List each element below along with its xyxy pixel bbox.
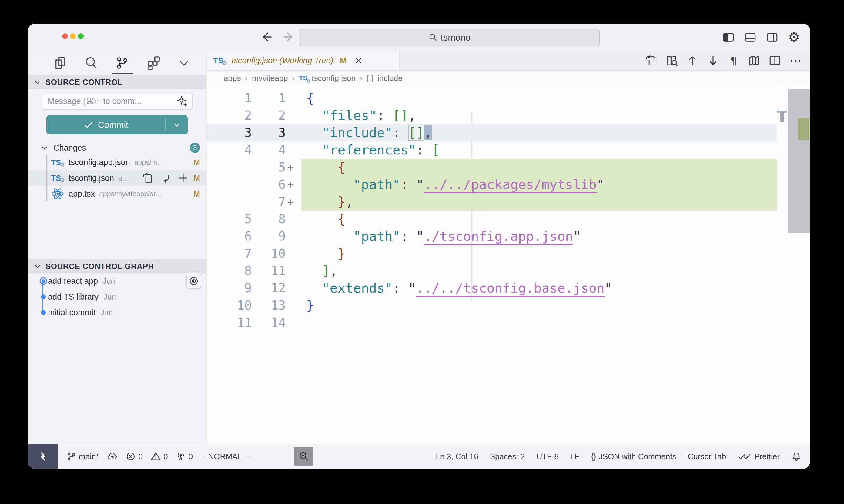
code-line[interactable]: 33 "include": [], bbox=[207, 124, 810, 141]
status-item-cloud-up[interactable] bbox=[107, 451, 118, 462]
original-line-number: 8 bbox=[207, 262, 252, 280]
status-item-0[interactable]: 0 bbox=[151, 451, 168, 462]
original-line-number: 1 bbox=[207, 90, 252, 107]
breadcrumb-item[interactable]: tsconfig.json bbox=[312, 74, 356, 83]
magnifier-plus-icon bbox=[298, 451, 310, 462]
added-line-marker bbox=[286, 124, 302, 141]
changed-file-row[interactable]: app.tsx apps/myviteapp/sr... M bbox=[28, 186, 206, 202]
tab-close-icon[interactable] bbox=[354, 56, 363, 66]
code-line[interactable]: 6+ "path": "../../packages/mytslib" bbox=[207, 176, 810, 193]
go-file-icon[interactable] bbox=[644, 54, 658, 67]
commit-dropdown-button[interactable] bbox=[166, 120, 188, 129]
code-text: "include": [], bbox=[302, 124, 788, 141]
status-item-ln-3-col-16[interactable]: Ln 3, Col 16 bbox=[436, 452, 478, 461]
original-line-number: 10 bbox=[207, 297, 252, 314]
breadcrumb-item[interactable]: myviteapp bbox=[252, 74, 288, 83]
compare-icon[interactable] bbox=[665, 54, 678, 67]
status-item-0[interactable]: 0 bbox=[125, 451, 142, 462]
commit-row[interactable]: add react app Juri bbox=[28, 273, 206, 289]
code-line[interactable]: 1013} bbox=[207, 297, 810, 314]
status-item-lf[interactable]: LF bbox=[570, 452, 579, 461]
toggle-primary-sidebar-icon[interactable] bbox=[722, 30, 736, 44]
more-actions-icon[interactable]: ⋯ bbox=[789, 54, 802, 67]
activity-bar-chevron-down-icon[interactable] bbox=[176, 54, 192, 72]
minimize-window-button[interactable] bbox=[70, 33, 76, 39]
vertical-scrollbar[interactable] bbox=[788, 89, 810, 233]
code-line[interactable]: 5+ { bbox=[207, 159, 810, 176]
settings-gear-icon[interactable]: ⚙ bbox=[787, 30, 801, 44]
discard-changes-icon[interactable] bbox=[159, 172, 172, 184]
activity-bar-files-icon[interactable] bbox=[52, 54, 69, 72]
changed-file-row[interactable]: TS⚙ tsconfig.app.json apps/m... M bbox=[28, 155, 206, 170]
activity-bar-extensions-icon[interactable] bbox=[145, 54, 161, 72]
toggle-panel-icon[interactable] bbox=[743, 30, 757, 44]
code-line[interactable]: 22 "files": [], bbox=[207, 107, 810, 124]
map-icon[interactable] bbox=[747, 54, 761, 67]
source-control-graph-header[interactable]: SOURCE CONTROL GRAPH bbox=[28, 259, 206, 273]
code-line[interactable]: 912 "extends": "../../tsconfig.base.json… bbox=[207, 280, 810, 297]
chevron-down-icon bbox=[33, 262, 41, 270]
code-line[interactable]: 44 "references": [ bbox=[207, 141, 810, 159]
code-editor[interactable]: 11{22 "files": [],33 "include": [],44 "r… bbox=[207, 85, 810, 444]
changed-file-row[interactable]: TS⚙ tsconfig.json a... M bbox=[28, 170, 206, 186]
code-line[interactable]: 11{ bbox=[207, 90, 810, 107]
source-control-header-label: SOURCE CONTROL bbox=[46, 77, 122, 87]
zoom-window-button[interactable] bbox=[78, 33, 84, 39]
breadcrumb[interactable]: apps›myviteapp›TS⚙tsconfig.json›[ ]inclu… bbox=[207, 71, 810, 85]
commit-row[interactable]: add TS library Juri bbox=[28, 289, 206, 305]
commit-message: Initial commit bbox=[48, 308, 96, 318]
status-item-0[interactable]: 0 bbox=[175, 451, 192, 462]
arrow-up-icon[interactable] bbox=[686, 54, 699, 67]
status-item-utf-8[interactable]: UTF-8 bbox=[536, 452, 559, 461]
changes-section-header[interactable]: Changes 3 bbox=[28, 141, 206, 155]
sparkle-icon[interactable] bbox=[177, 96, 188, 107]
toggle-secondary-sidebar-icon[interactable] bbox=[765, 30, 779, 44]
source-control-header[interactable]: SOURCE CONTROL bbox=[28, 75, 206, 89]
back-arrow-icon[interactable] bbox=[260, 30, 273, 43]
arrow-down-icon[interactable] bbox=[706, 54, 720, 67]
remote-indicator[interactable] bbox=[28, 444, 58, 469]
code-line[interactable]: 1114 bbox=[207, 314, 810, 331]
commit-button[interactable]: Commit bbox=[46, 115, 188, 134]
code-line[interactable]: 7+ }, bbox=[207, 193, 810, 211]
code-line[interactable]: 811 ], bbox=[207, 262, 810, 280]
breadcrumb-item[interactable]: apps bbox=[224, 74, 241, 83]
stage-changes-icon[interactable] bbox=[177, 172, 189, 184]
status-item-prettier[interactable]: Prettier bbox=[738, 452, 780, 461]
status-item-main[interactable]: main* bbox=[66, 451, 99, 462]
forward-arrow-icon[interactable] bbox=[282, 30, 296, 43]
status-item-bell[interactable] bbox=[791, 451, 802, 462]
typescript-file-icon: TS⚙ bbox=[51, 157, 64, 167]
commit-message-input[interactable]: Message (⌘⏎ to comm... bbox=[41, 93, 192, 110]
minimap[interactable] bbox=[777, 85, 788, 444]
modified-line-number: 4 bbox=[252, 141, 286, 159]
zoom-indicator[interactable] bbox=[294, 447, 313, 466]
status-item-spaces-2[interactable]: Spaces: 2 bbox=[490, 452, 525, 461]
file-name: tsconfig.app.json bbox=[69, 158, 130, 167]
command-center-search[interactable]: tsmono bbox=[299, 29, 600, 46]
screenshot-canvas: tsmono ⚙ SOURCE CONTROL Message (⌘⏎ to c… bbox=[0, 0, 844, 504]
original-line-number bbox=[207, 159, 252, 176]
check-icon bbox=[83, 120, 94, 130]
open-file-icon[interactable] bbox=[142, 172, 154, 184]
activity-bar-source-control-icon[interactable] bbox=[114, 54, 131, 72]
breadcrumb-item[interactable]: include bbox=[377, 74, 402, 83]
commit-row[interactable]: Initial commit Juri bbox=[28, 305, 206, 321]
bell-icon bbox=[791, 451, 802, 462]
code-line[interactable]: 69 "path": "./tsconfig.app.json" bbox=[207, 228, 810, 245]
file-path: a... bbox=[118, 174, 128, 182]
status-item-normal[interactable]: -- NORMAL -- bbox=[201, 452, 249, 461]
status-item-json-with-comments[interactable]: {}JSON with Comments bbox=[591, 452, 676, 461]
split-icon[interactable] bbox=[768, 54, 781, 67]
code-text: "references": [ bbox=[302, 141, 788, 159]
tab-tsconfig-working-tree[interactable]: TS⚙ tsconfig.json (Working Tree) M bbox=[207, 51, 400, 70]
close-window-button[interactable] bbox=[62, 33, 68, 39]
activity-bar-search-icon[interactable] bbox=[83, 54, 100, 72]
status-item-cursor-tab[interactable]: Cursor Tab bbox=[688, 452, 726, 461]
checkout-target-icon[interactable] bbox=[186, 273, 201, 289]
whitespace-toggle-icon[interactable]: ¶ bbox=[727, 54, 740, 67]
code-line[interactable]: 58 { bbox=[207, 211, 810, 228]
added-line-marker bbox=[286, 228, 302, 245]
commit-message: add TS library bbox=[48, 292, 99, 302]
code-line[interactable]: 710 } bbox=[207, 245, 810, 262]
